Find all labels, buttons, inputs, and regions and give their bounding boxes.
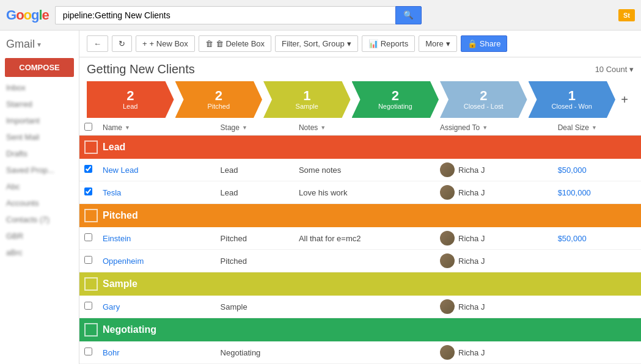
avatar — [440, 185, 455, 200]
pitched-group-label: Pitched — [103, 210, 138, 221]
closed-lost-label: Closed - Lost — [464, 103, 504, 110]
row-checkbox-tesla[interactable] — [84, 187, 103, 197]
refresh-icon: ↻ — [119, 39, 125, 48]
add-stage-button[interactable]: + — [615, 81, 634, 118]
sample-group-checkbox[interactable] — [84, 277, 98, 291]
new-box-button[interactable]: + + New Box — [136, 35, 195, 52]
funnel-stage-pitched[interactable]: 2 Pitched — [175, 81, 263, 118]
row-assigned-bohr: Richa J — [440, 345, 558, 360]
row-name-gary[interactable]: Gary — [103, 302, 221, 311]
row-name-new-lead[interactable]: New Lead — [103, 166, 221, 175]
name-column-header[interactable]: Name ▼ — [103, 123, 221, 132]
delete-box-button[interactable]: 🗑 🗑 Delete Box — [199, 35, 271, 52]
sidebar: Gmail ▾ COMPOSE Inbox Starred Important … — [0, 31, 79, 364]
notes-filter-icon[interactable]: ▼ — [320, 125, 326, 131]
row-name-tesla[interactable]: Tesla — [103, 188, 221, 197]
sidebar-item-abrc[interactable]: aBrc — [0, 244, 79, 261]
back-button[interactable]: ← — [87, 35, 108, 52]
row-checkbox-new-lead[interactable] — [84, 165, 103, 175]
funnel-stage-closed-lost[interactable]: 2 Closed - Lost — [440, 81, 527, 118]
deal-filter-icon[interactable]: ▼ — [592, 125, 597, 131]
search-input[interactable] — [55, 6, 395, 24]
avatar — [440, 299, 455, 314]
funnel-stage-negotiating[interactable]: 2 Negotiating — [352, 81, 439, 118]
avatar — [440, 253, 455, 268]
count-badge[interactable]: 10 Count ▾ — [595, 65, 634, 74]
table-row: Tesla Lead Love his work Richa J $100,00… — [79, 181, 641, 204]
lead-label: Lead — [123, 103, 137, 110]
closed-lost-count: 2 — [480, 89, 487, 103]
google-logo: Google — [6, 7, 49, 23]
row-name-bohr[interactable]: Bohr — [103, 348, 221, 357]
avatar — [440, 345, 455, 360]
table-row: Bohr Negotiating Richa J — [79, 341, 641, 364]
select-all-checkbox[interactable] — [84, 123, 92, 131]
row-stage-new-lead: Lead — [221, 166, 299, 175]
page-title-area: Getting New Clients 10 Count ▾ — [79, 57, 641, 79]
content-area: ← ↻ + + New Box 🗑 🗑 Delete Box Filter, S… — [79, 31, 641, 364]
row-checkbox-einstein[interactable] — [84, 233, 103, 243]
sidebar-item-abc[interactable]: Abc — [0, 178, 79, 195]
compose-button[interactable]: COMPOSE — [5, 58, 74, 77]
share-button[interactable]: 🔒 Share — [461, 35, 508, 52]
chart-icon: 📊 — [368, 39, 378, 48]
stage-filter-icon[interactable]: ▼ — [242, 125, 247, 131]
negotiating-group-checkbox[interactable] — [84, 323, 98, 337]
sidebar-item-drafts[interactable]: Drafts — [0, 145, 79, 162]
gmail-dropdown-icon[interactable]: ▾ — [37, 40, 41, 49]
sidebar-item-contacts[interactable]: Contacts (7) — [0, 211, 79, 228]
funnel-container: 2 Lead 2 Pitched 1 Sample 2 Negotiating … — [79, 79, 641, 120]
row-checkbox-bohr[interactable] — [84, 348, 103, 357]
notes-column-header[interactable]: Notes ▼ — [299, 123, 440, 132]
name-filter-icon[interactable]: ▼ — [125, 125, 130, 131]
group-header-pitched: Pitched — [79, 204, 641, 227]
row-checkbox-gary[interactable] — [84, 302, 103, 311]
toolbar: ← ↻ + + New Box 🗑 🗑 Delete Box Filter, S… — [79, 31, 641, 57]
row-name-einstein[interactable]: Einstein — [103, 234, 221, 243]
header-checkbox-cell — [84, 123, 103, 133]
refresh-button[interactable]: ↻ — [112, 35, 132, 52]
sidebar-item-inbox[interactable]: Inbox — [0, 79, 79, 96]
row-deal-new-lead: $50,000 — [558, 166, 636, 175]
pitched-group-checkbox[interactable] — [84, 209, 98, 222]
lead-group-checkbox[interactable] — [84, 140, 98, 154]
filter-sort-button[interactable]: Filter, Sort, Group ▾ — [275, 35, 358, 52]
pitched-label: Pitched — [207, 103, 230, 110]
search-container: 🔍 — [55, 6, 422, 24]
row-assigned-gary: Richa J — [440, 299, 558, 314]
new-box-icon: + — [142, 39, 147, 48]
group-header-lead: Lead — [79, 136, 641, 159]
sidebar-item-important[interactable]: Important — [0, 112, 79, 129]
deal-column-header[interactable]: Deal Size ▼ — [558, 123, 636, 132]
assigned-column-header[interactable]: Assigned To ▼ — [440, 123, 558, 132]
sidebar-item-sent[interactable]: Sent Mail — [0, 129, 79, 145]
reports-button[interactable]: 📊 Reports — [362, 35, 416, 52]
gmail-label: Gmail — [6, 38, 35, 51]
row-notes-einstein: All that for e=mc2 — [299, 234, 440, 243]
page-title: Getting New Clients — [87, 62, 195, 76]
negotiating-count: 2 — [392, 89, 399, 103]
app-switcher-icon[interactable]: St — [618, 9, 635, 21]
stage-column-header[interactable]: Stage ▼ — [221, 123, 299, 132]
funnel-stage-lead[interactable]: 2 Lead — [87, 81, 174, 118]
sidebar-item-starred[interactable]: Starred — [0, 96, 79, 112]
row-notes-tesla: Love his work — [299, 188, 440, 197]
search-icon: 🔍 — [403, 10, 414, 20]
row-assigned-tesla: Richa J — [440, 185, 558, 200]
search-button[interactable]: 🔍 — [395, 6, 422, 24]
funnel-stage-sample[interactable]: 1 Sample — [263, 81, 351, 118]
assigned-filter-icon[interactable]: ▼ — [482, 125, 488, 131]
row-name-oppenheim[interactable]: Oppenheim — [103, 257, 221, 266]
more-dropdown-icon: ▾ — [446, 39, 450, 48]
more-button[interactable]: More ▾ — [419, 35, 457, 52]
sidebar-item-gbr[interactable]: GBR — [0, 228, 79, 244]
row-checkbox-oppenheim[interactable] — [84, 256, 103, 266]
negotiating-group-label: Negotiating — [103, 324, 156, 335]
sidebar-item-saved[interactable]: Saved Prop... — [0, 162, 79, 178]
group-header-sample: Sample — [79, 272, 641, 296]
avatar — [440, 162, 455, 177]
lead-count: 2 — [126, 89, 134, 103]
sidebar-item-accounts[interactable]: Accounts — [0, 195, 79, 211]
funnel-stage-closed-won[interactable]: 1 Closed - Won — [529, 81, 616, 118]
closed-won-label: Closed - Won — [552, 103, 592, 110]
